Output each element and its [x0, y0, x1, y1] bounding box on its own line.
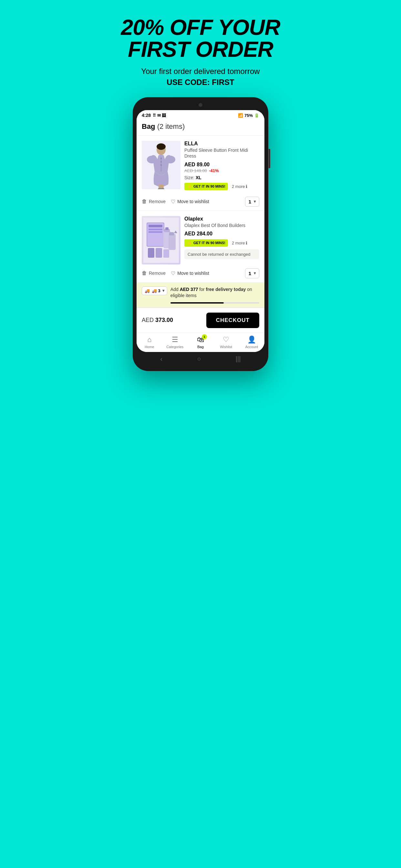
svg-point-7 [160, 161, 162, 162]
wifi-icon: 📶 [238, 113, 243, 118]
svg-point-4 [165, 156, 175, 163]
side-button [269, 149, 270, 168]
chevron-down-icon-1: ▾ [254, 199, 256, 204]
delivery-text-prefix: Add [171, 287, 179, 292]
svg-rect-24 [148, 248, 154, 258]
nav-wishlist[interactable]: ♡ Wishlist [216, 336, 236, 349]
quantity-selector-1[interactable]: 1 ▾ [245, 197, 259, 207]
truck-icon: 🚚 [145, 288, 150, 293]
delivery-badge-2: ⚡ GET IT IN 90 MINS! [184, 239, 228, 247]
wishlist-button-1[interactable]: ♡ Move to wishlist [171, 198, 240, 205]
svg-rect-17 [149, 228, 162, 230]
chevron-delivery-icon: ▾ [162, 288, 164, 293]
cannot-return-notice: Cannot be returned or exchanged [184, 249, 259, 259]
nav-home-label: Home [145, 345, 154, 349]
product-size-1: Size: XL [184, 175, 259, 180]
product-item-1: ELLA Puffed Sleeve Button Front Midi Dre… [136, 135, 265, 211]
product-price-2: AED 284.00 [184, 231, 259, 237]
quantity-selector-2[interactable]: 1 ▾ [245, 268, 259, 278]
svg-rect-26 [163, 249, 169, 258]
svg-point-8 [160, 164, 162, 166]
product-name-1: Puffed Sleeve Button Front Midi Dress [184, 147, 259, 159]
phone-camera [198, 103, 203, 107]
categories-icon: ☰ [172, 336, 178, 344]
svg-point-3 [147, 156, 157, 163]
checkout-bar: AED 373.00 CHECKOUT [136, 308, 265, 333]
nav-bag-label: Bag [197, 345, 204, 349]
svg-rect-16 [149, 225, 162, 227]
svg-point-6 [160, 158, 162, 159]
svg-point-2 [157, 144, 166, 150]
nav-account[interactable]: 👤 Account [242, 336, 261, 349]
heart-icon-2: ♡ [171, 270, 175, 276]
home-button[interactable]: ○ [197, 355, 201, 363]
product-info-1: ELLA Puffed Sleeve Button Front Midi Dre… [184, 141, 259, 192]
back-button[interactable]: ‹ [160, 355, 163, 363]
bottom-nav: ⌂ Home ☰ Categories 🛍 1 Bag ♡ Wishlist [136, 333, 265, 352]
promo-section: 20% OFF YOUR FIRST ORDER Your first orde… [104, 13, 297, 97]
account-icon: 👤 [247, 336, 256, 344]
svg-rect-22 [168, 234, 176, 250]
battery-icon: 🔋 [254, 113, 259, 118]
delivery-badge-1: ⚡ GET IT IN 90 MINS! [184, 183, 228, 190]
nav-bag[interactable]: 🛍 1 Bag [191, 336, 210, 349]
promo-code: USE CODE: FIRST [166, 78, 234, 87]
nav-home[interactable]: ⌂ Home [140, 336, 159, 349]
product-name-2: Olaplex Best Of Bond Builders [184, 222, 259, 228]
nav-bag-badge: 1 [202, 334, 207, 339]
chevron-down-icon-2: ▾ [254, 271, 256, 275]
delivery-text-for: for [199, 287, 204, 292]
svg-rect-23 [169, 232, 174, 236]
product-price-1: AED 89.00 [184, 162, 259, 167]
product-actions-2: 🗑 Remove ♡ Move to wishlist 1 ▾ [136, 265, 265, 282]
product-original-price-1: AED 149.00 [184, 168, 207, 173]
svg-rect-25 [156, 248, 162, 258]
more-options-1[interactable]: 2 more ℹ [232, 184, 247, 189]
product-info-2: Olaplex Olaplex Best Of Bond Builders AE… [184, 216, 259, 265]
status-bar: 4:28 ⠿ ✉ 🖼 📶 75% 🔋 [136, 110, 265, 119]
total-amount: 373.00 [155, 317, 173, 323]
trash-icon-2: 🗑 [142, 270, 147, 276]
phone-screen: 4:28 ⠿ ✉ 🖼 📶 75% 🔋 Bag (2 items) [136, 110, 265, 352]
product-brand-1: ELLA [184, 141, 259, 147]
wishlist-button-2[interactable]: ♡ Move to wishlist [171, 270, 240, 276]
phone-bottom-bar: ‹ ○ ||| [136, 352, 265, 365]
delivery-amount: AED 377 [180, 287, 199, 292]
bag-count: (2 items) [157, 122, 185, 130]
delivery-emphasis: free delivery today [206, 287, 247, 292]
product-discount-1: -41% [209, 168, 219, 173]
product-actions-1: 🗑 Remove ♡ Move to wishlist 1 ▾ [136, 193, 265, 211]
free-delivery-banner: 🚚 🚚 3 ▾ Add AED 377 for free delivery to… [136, 283, 265, 308]
nav-account-label: Account [245, 345, 258, 349]
remove-button-2[interactable]: 🗑 Remove [142, 270, 166, 276]
trash-icon-1: 🗑 [142, 198, 147, 205]
nav-categories[interactable]: ☰ Categories [165, 336, 185, 349]
heart-icon-1: ♡ [171, 198, 175, 205]
promo-subtitle: Your first order delivered tomorrow USE … [110, 66, 291, 88]
checkout-button[interactable]: CHECKOUT [206, 313, 259, 328]
promo-title: 20% OFF YOUR FIRST ORDER [110, 16, 291, 60]
more-options-2[interactable]: 2 more ℹ [232, 241, 247, 245]
bag-header: Bag (2 items) [136, 119, 265, 135]
battery-text: 75% [244, 113, 253, 118]
svg-rect-18 [149, 231, 162, 233]
total-price: AED 373.00 [142, 317, 173, 323]
product-image-1 [142, 141, 181, 189]
phone-wrapper: 4:28 ⠿ ✉ 🖼 📶 75% 🔋 Bag (2 items) [133, 97, 268, 371]
progress-bar-fill [171, 302, 224, 304]
bag-title: Bag (2 items) [142, 122, 185, 130]
wishlist-icon: ♡ [223, 336, 229, 344]
menu-button[interactable]: ||| [236, 355, 241, 363]
product-image-2 [142, 216, 181, 265]
home-icon: ⌂ [147, 336, 151, 344]
product-item-2: Olaplex Olaplex Best Of Bond Builders AE… [136, 211, 265, 283]
svg-rect-21 [165, 227, 168, 230]
status-icons: ⠿ ✉ 🖼 [153, 113, 166, 118]
product-brand-2: Olaplex [184, 216, 259, 222]
delivery-selector[interactable]: 🚚 🚚 3 ▾ [142, 286, 167, 295]
nav-wishlist-label: Wishlist [220, 345, 232, 349]
nav-categories-label: Categories [166, 345, 183, 349]
status-time: 4:28 [142, 113, 151, 118]
app-content: Bag (2 items) [136, 119, 265, 352]
remove-button-1[interactable]: 🗑 Remove [142, 198, 166, 205]
